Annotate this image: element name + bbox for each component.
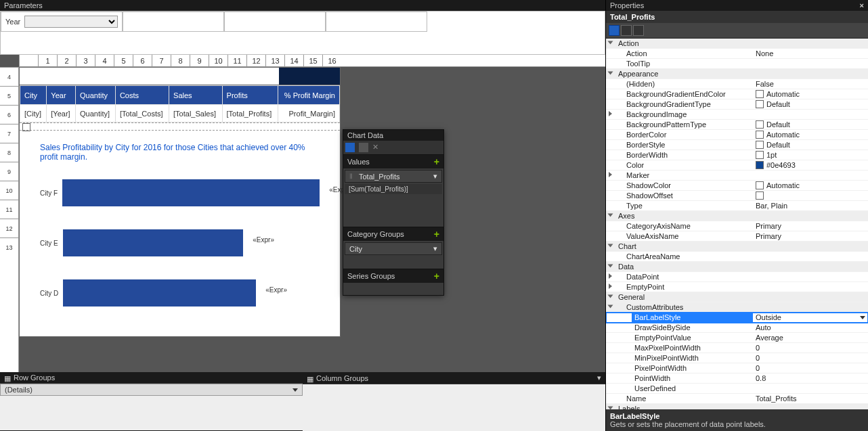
bar[interactable]: «Expr» xyxy=(63,279,256,307)
column-header[interactable]: Quantity xyxy=(76,86,116,105)
property-row[interactable]: ValueAxisNamePrimary xyxy=(606,231,868,242)
property-row[interactable]: Action xyxy=(606,39,868,49)
property-row[interactable]: MinPixelPointWidth0 xyxy=(606,353,868,363)
property-value[interactable]: Total_Profits xyxy=(753,394,868,403)
category-field-item[interactable]: City ▾ xyxy=(345,242,442,255)
add-category-icon[interactable]: + xyxy=(434,229,439,240)
value-field-item[interactable]: ⦀ Total_Profits ▾ xyxy=(345,170,442,183)
property-row[interactable]: Axes xyxy=(606,211,868,221)
property-value[interactable]: Automatic xyxy=(753,181,868,190)
property-row[interactable]: CategoryAxisNamePrimary xyxy=(606,221,868,231)
property-value[interactable]: Default xyxy=(753,140,868,150)
column-header[interactable]: % Profit Margin xyxy=(278,86,339,105)
property-value[interactable] xyxy=(753,388,868,389)
bar-data-label[interactable]: «Expr» xyxy=(265,286,287,294)
property-value[interactable] xyxy=(753,256,868,257)
dropdown-icon[interactable] xyxy=(292,388,298,392)
property-row[interactable]: BarLabelStyleOutside xyxy=(606,313,868,323)
properties-object-name[interactable]: Total_Profits xyxy=(606,11,868,23)
property-value[interactable]: None xyxy=(753,49,868,58)
value-field-expression[interactable]: [Sum(Total_Profits)] xyxy=(345,184,442,194)
property-value[interactable]: Outside xyxy=(753,313,868,322)
property-value[interactable]: Default xyxy=(753,120,868,129)
property-value[interactable] xyxy=(753,191,868,200)
bar[interactable]: «Expr» xyxy=(63,229,243,256)
cd-gear-icon[interactable] xyxy=(359,143,368,152)
field-cell[interactable]: Profit_Margin] xyxy=(278,105,339,122)
property-row[interactable]: BackgroundGradientTypeDefault xyxy=(606,99,868,110)
property-row[interactable]: MaxPixelPointWidth0 xyxy=(606,343,868,353)
property-row[interactable]: DrawSideBySideAuto xyxy=(606,323,868,333)
property-row[interactable]: NameTotal_Profits xyxy=(606,394,868,404)
field-cell[interactable]: Quantity] xyxy=(76,105,116,122)
property-row[interactable]: UserDefined xyxy=(606,384,868,394)
chart-data-panel[interactable]: Chart Data ✕ Values + ⦀ Total_Profits ▾ … xyxy=(343,129,444,296)
property-value[interactable]: Bar, Plain xyxy=(753,201,868,210)
property-row[interactable]: EmptyPoint xyxy=(606,282,868,292)
property-row[interactable]: General xyxy=(606,292,868,302)
property-value[interactable] xyxy=(753,63,868,64)
property-row[interactable]: DataPoint xyxy=(606,272,868,282)
cd-view-icon[interactable] xyxy=(345,143,355,152)
property-pages-icon[interactable] xyxy=(633,25,644,36)
property-row[interactable]: Marker xyxy=(606,171,868,181)
property-value[interactable]: Default xyxy=(753,99,868,109)
property-row[interactable]: Appearance xyxy=(606,69,868,79)
bar-row[interactable]: City E«Expr» xyxy=(40,223,320,263)
bar-data-label[interactable]: «Expr» xyxy=(253,236,274,244)
property-row[interactable]: BorderColorAutomatic xyxy=(606,130,868,140)
field-cell[interactable]: [Total_Costs] xyxy=(115,105,169,122)
bar[interactable]: «Expr» xyxy=(62,179,320,206)
move-handle-icon[interactable] xyxy=(22,123,30,131)
property-row[interactable]: BorderStyleDefault xyxy=(606,140,868,150)
column-header[interactable]: Year xyxy=(47,86,76,105)
field-cell[interactable]: [Total_Sales] xyxy=(169,105,223,122)
property-value[interactable]: 0 xyxy=(753,343,868,353)
property-row[interactable]: ChartAreaName xyxy=(606,252,868,262)
dropdown-icon[interactable] xyxy=(860,316,865,319)
chart-data-header[interactable]: Chart Data xyxy=(343,130,443,141)
property-row[interactable]: BorderWidth1pt xyxy=(606,150,868,160)
property-row[interactable]: EmptyPointValueAverage xyxy=(606,333,868,343)
chart-plot-area[interactable]: City F«Expr»City E«Expr»City D«Expr» xyxy=(20,166,340,336)
alphabetical-view-icon[interactable] xyxy=(621,25,632,36)
property-row[interactable]: (Hidden)False xyxy=(606,79,868,89)
column-header[interactable]: Profits xyxy=(222,86,278,105)
report-table[interactable]: CityYearQuantityCostsSalesProfits% Profi… xyxy=(20,85,340,122)
property-value[interactable]: False xyxy=(753,79,868,89)
property-row[interactable]: BackgroundGradientEndColorAutomatic xyxy=(606,89,868,99)
property-row[interactable]: TypeBar, Plain xyxy=(606,201,868,211)
property-row[interactable]: PointWidth0.8 xyxy=(606,373,868,384)
add-value-icon[interactable]: + xyxy=(434,156,439,167)
field-cell[interactable]: [Total_Profits] xyxy=(222,105,278,122)
property-value[interactable]: 0.8 xyxy=(753,373,868,383)
property-value[interactable]: Primary xyxy=(753,231,868,241)
property-row[interactable]: Chart xyxy=(606,242,868,252)
property-row[interactable]: ActionNone xyxy=(606,49,868,59)
property-row[interactable]: CustomAttributes xyxy=(606,302,868,313)
add-series-icon[interactable]: + xyxy=(434,271,439,281)
field-cell[interactable]: [Year] xyxy=(47,105,76,122)
report-body[interactable]: CityYearQuantityCostsSalesProfits% Profi… xyxy=(19,67,341,337)
categorized-view-icon[interactable] xyxy=(609,25,620,36)
design-surface[interactable]: 12345678910111213141516 45678910111213 C… xyxy=(0,55,605,372)
property-row[interactable]: Labels xyxy=(606,404,868,409)
bar-row[interactable]: City D«Expr» xyxy=(40,273,320,313)
property-value[interactable]: #0e4693 xyxy=(753,160,868,170)
property-value[interactable]: 1pt xyxy=(753,150,868,160)
chart-title[interactable]: Sales Profitability by City for 2016 for… xyxy=(20,131,340,166)
property-row[interactable]: BackgroundPatternTypeDefault xyxy=(606,120,868,130)
bar-row[interactable]: City F«Expr» xyxy=(40,173,320,213)
property-row[interactable]: Data xyxy=(606,262,868,272)
property-row[interactable]: BackgroundImage xyxy=(606,110,868,120)
property-value[interactable]: Automatic xyxy=(753,89,868,99)
property-row[interactable]: Color#0e4693 xyxy=(606,160,868,171)
property-value[interactable]: Automatic xyxy=(753,130,868,139)
property-row[interactable]: ToolTip xyxy=(606,59,868,69)
property-row[interactable]: ShadowColorAutomatic xyxy=(606,181,868,191)
property-value[interactable]: Average xyxy=(753,333,868,342)
property-value[interactable]: Auto xyxy=(753,323,868,332)
field-cell[interactable]: [City] xyxy=(20,105,47,122)
param-year-select[interactable] xyxy=(24,16,118,28)
property-value[interactable]: Primary xyxy=(753,221,868,231)
